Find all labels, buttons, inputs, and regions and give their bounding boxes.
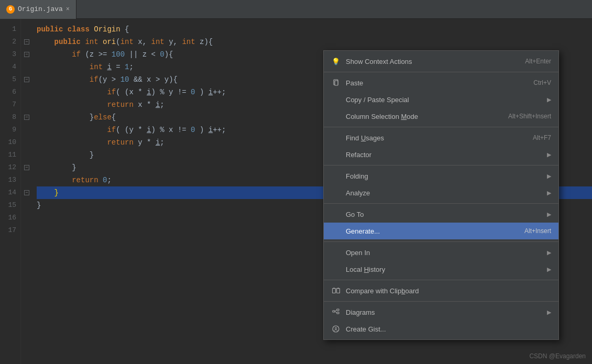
- line-num-10: 10: [0, 136, 16, 149]
- code-line-1: public class Origin {: [37, 23, 592, 36]
- gutter-5[interactable]: −: [21, 73, 32, 86]
- separator-7: [324, 301, 558, 302]
- gutter-10: [21, 136, 32, 149]
- gutter-15: [21, 199, 32, 212]
- tab-close-button[interactable]: ×: [66, 6, 70, 13]
- paste-icon: [331, 78, 341, 87]
- line-num-13: 13: [0, 174, 16, 186]
- menu-item-open-in-label: Open In: [346, 249, 370, 257]
- menu-item-column-selection[interactable]: Column Selection Mode Alt+Shift+Insert: [324, 108, 558, 125]
- gutter-8[interactable]: −: [21, 111, 32, 124]
- submenu-arrow-folding: ▶: [547, 173, 551, 180]
- menu-item-local-history-left: Local History: [331, 264, 385, 274]
- menu-item-find-usages-left: Find Usages: [331, 133, 384, 142]
- gutter-9: [21, 124, 32, 136]
- menu-item-generate-shortcut: Alt+Insert: [524, 227, 551, 235]
- gutter-16: [21, 212, 32, 224]
- menu-item-find-usages-label: Find Usages: [346, 134, 384, 142]
- find-icon: [331, 133, 341, 142]
- line-num-8: 8: [0, 111, 16, 124]
- menu-item-create-gist-label: Create Gist...: [346, 325, 386, 333]
- gutter-14[interactable]: −: [21, 186, 32, 199]
- menu-item-show-context-actions-left: 💡 Show Context Actions: [331, 57, 412, 66]
- lightbulb-icon: 💡: [331, 57, 341, 66]
- copy-paste-icon: [331, 95, 341, 104]
- line-num-16: 16: [0, 212, 16, 224]
- separator-1: [324, 72, 558, 72]
- menu-item-compare-clipboard[interactable]: Compare with Clipboard: [324, 282, 558, 299]
- menu-item-paste-left: Paste: [331, 78, 363, 87]
- menu-item-analyze-left: Analyze: [331, 188, 370, 197]
- menu-item-go-to-label: Go To: [346, 211, 364, 218]
- line-num-5: 5: [0, 73, 16, 86]
- line-num-17: 17: [0, 224, 16, 237]
- tab-label: Origin.java: [18, 5, 63, 13]
- submenu-arrow-open-in: ▶: [547, 249, 551, 256]
- watermark: CSDN @Evagarden: [529, 352, 586, 360]
- menu-item-local-history[interactable]: Local History ▶: [324, 261, 558, 278]
- menu-item-paste[interactable]: Paste Ctrl+V: [324, 74, 558, 91]
- svg-rect-8: [337, 312, 339, 314]
- menu-item-copy-paste-special-label: Copy / Paste Special: [346, 96, 409, 104]
- gutter-12[interactable]: −: [21, 161, 32, 174]
- menu-item-show-context-actions[interactable]: 💡 Show Context Actions Alt+Enter: [324, 53, 558, 70]
- gutter-3[interactable]: −: [21, 48, 32, 61]
- menu-item-open-in[interactable]: Open In ▶: [324, 244, 558, 261]
- gutter-2[interactable]: −: [21, 36, 32, 48]
- menu-item-compare-clipboard-left: Compare with Clipboard: [331, 286, 419, 295]
- gutter: − − − − − −: [21, 19, 32, 364]
- menu-item-generate[interactable]: Generate... Alt+Insert: [324, 223, 558, 239]
- svg-rect-7: [337, 309, 339, 311]
- compare-icon: [331, 286, 341, 295]
- submenu-arrow-diagrams: ▶: [547, 309, 551, 316]
- line-num-15: 15: [0, 199, 16, 212]
- menu-item-analyze-label: Analyze: [346, 189, 370, 197]
- gutter-7: [21, 98, 32, 111]
- editor: 1 2 3 4 5 6 7 8 9 10 11 12 13 14 15 16 1…: [0, 19, 592, 364]
- separator-2: [324, 127, 558, 127]
- menu-item-diagrams[interactable]: Diagrams ▶: [324, 304, 558, 321]
- menu-item-column-selection-label: Column Selection Mode: [346, 113, 418, 120]
- submenu-arrow-refactor: ▶: [547, 151, 551, 158]
- submenu-arrow-goto: ▶: [547, 211, 551, 218]
- menu-item-find-usages[interactable]: Find Usages Alt+F7: [324, 129, 558, 146]
- menu-item-generate-label: Generate...: [346, 227, 380, 235]
- line-num-12: 12: [0, 161, 16, 174]
- menu-item-folding[interactable]: Folding ▶: [324, 168, 558, 184]
- menu-item-find-usages-shortcut: Alt+F7: [533, 134, 551, 141]
- tab-bar: G Origin.java ×: [0, 0, 592, 19]
- analyze-icon: [331, 188, 341, 197]
- line-num-6: 6: [0, 86, 16, 98]
- separator-5: [324, 241, 558, 242]
- menu-item-folding-label: Folding: [346, 172, 368, 180]
- submenu-arrow-copy-paste: ▶: [547, 96, 551, 103]
- gutter-1: [21, 23, 32, 36]
- gutter-6: [21, 86, 32, 98]
- separator-6: [324, 280, 558, 280]
- menu-item-analyze[interactable]: Analyze ▶: [324, 184, 558, 201]
- file-tab[interactable]: G Origin.java ×: [0, 0, 76, 19]
- menu-item-diagrams-label: Diagrams: [346, 308, 375, 316]
- line-numbers: 1 2 3 4 5 6 7 8 9 10 11 12 13 14 15 16 1…: [0, 19, 21, 364]
- menu-item-refactor-left: Refactor: [331, 150, 371, 159]
- menu-item-diagrams-left: Diagrams: [331, 307, 375, 317]
- tab-file-icon: G: [6, 5, 15, 14]
- menu-item-paste-shortcut: Ctrl+V: [533, 79, 551, 86]
- refactor-icon: [331, 150, 341, 159]
- code-line-2: public int ori(int x, int y, int z){: [37, 36, 592, 48]
- folding-icon: [331, 171, 341, 181]
- svg-line-9: [335, 310, 337, 312]
- separator-3: [324, 165, 558, 166]
- menu-item-refactor[interactable]: Refactor ▶: [324, 146, 558, 163]
- goto-icon: [331, 209, 341, 219]
- menu-item-paste-label: Paste: [346, 79, 363, 87]
- menu-item-column-selection-left: Column Selection Mode: [331, 112, 418, 121]
- gutter-17: [21, 224, 32, 237]
- menu-item-copy-paste-special[interactable]: Copy / Paste Special ▶: [324, 91, 558, 108]
- diagrams-icon: [331, 307, 341, 317]
- menu-item-create-gist[interactable]: Create Gist...: [324, 321, 558, 337]
- svg-point-12: [335, 327, 337, 329]
- menu-item-copy-paste-special-left: Copy / Paste Special: [331, 95, 409, 104]
- column-icon: [331, 112, 341, 121]
- menu-item-go-to[interactable]: Go To ▶: [324, 206, 558, 223]
